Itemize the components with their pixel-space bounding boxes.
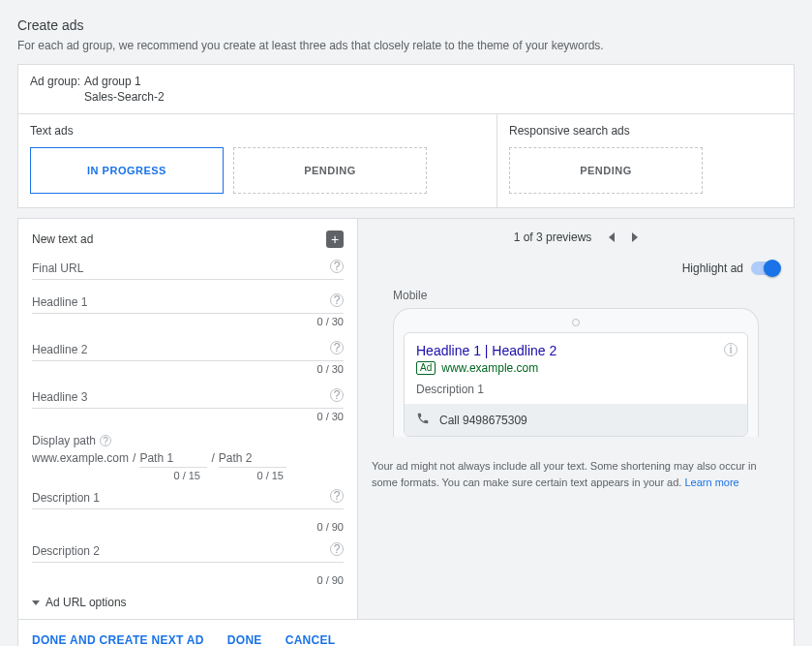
final-url-input[interactable]: Final URL [32,258,344,280]
info-icon[interactable]: i [724,343,737,356]
headline2-input[interactable]: Headline 2 [32,339,344,361]
path2-counter: 0 / 15 [216,470,284,481]
path1-input[interactable]: Path 1 [139,449,207,468]
highlight-ad-toggle[interactable] [751,261,780,275]
text-ad-tile-pending[interactable]: PENDING [233,147,427,194]
display-path-domain: www.example.com [32,451,129,468]
ad-group-card: Ad group: Ad group 1 Sales-Search-2 Text… [17,64,795,208]
preview-prev-icon[interactable] [609,232,615,242]
text-ad-tile-inprogress[interactable]: IN PROGRESS [30,147,224,194]
headline1-input[interactable]: Headline 1 [32,292,344,314]
ad-call-extension[interactable]: Call 9498675309 [405,404,747,436]
page-subtitle: For each ad group, we recommend you crea… [17,39,795,52]
mobile-preview-label: Mobile [393,289,759,302]
responsive-ads-heading: Responsive search ads [509,124,782,138]
text-ads-heading: Text ads [30,124,485,138]
help-icon[interactable]: ? [100,435,111,446]
ad-call-text: Call 9498675309 [439,414,527,427]
help-icon[interactable]: ? [330,341,344,354]
help-icon[interactable]: ? [330,388,344,402]
responsive-ad-tile-pending[interactable]: PENDING [509,147,703,194]
done-create-next-button[interactable]: DONE AND CREATE NEXT AD [32,633,204,646]
description2-input[interactable]: Description 2 [32,540,344,563]
phone-speaker-icon [572,319,580,326]
preview-next-icon[interactable] [632,232,638,242]
phone-icon [416,412,430,428]
ad-preview-description: Description 1 [416,383,736,396]
headline3-input[interactable]: Headline 3 [32,386,344,409]
ad-preview-card: i Headline 1 | Headline 2 Ad www.example… [405,333,747,404]
description1-counter: 0 / 90 [32,521,344,533]
page-title: Create ads [17,17,795,33]
done-button[interactable]: DONE [227,633,262,646]
ad-preview-title: Headline 1 | Headline 2 [416,343,736,358]
ad-badge: Ad [416,361,436,375]
preview-pager-text: 1 of 3 previews [514,231,592,244]
adgroup-name: Ad group 1 [84,75,165,88]
ad-preview-url: www.example.com [441,361,538,375]
help-icon[interactable]: ? [330,489,344,503]
highlight-ad-label: Highlight ad [682,261,743,275]
preview-panel: 1 of 3 previews Highlight ad Mobile i He… [358,218,795,620]
path1-counter: 0 / 15 [133,470,200,481]
help-icon[interactable]: ? [330,293,344,307]
mobile-frame: i Headline 1 | Headline 2 Ad www.example… [393,308,759,437]
learn-more-link[interactable]: Learn more [684,477,738,488]
ad-url-options-toggle[interactable]: Ad URL options [32,596,344,609]
path2-input[interactable]: Path 2 [219,449,286,468]
headline3-counter: 0 / 30 [32,411,344,422]
help-icon[interactable]: ? [330,260,344,273]
chevron-down-icon [32,600,40,605]
help-icon[interactable]: ? [330,542,344,556]
ad-editor-panel: New text ad + Final URL ? Headline 1 ? 0… [17,218,358,620]
editor-title: New text ad [32,232,93,246]
preview-disclaimer: Your ad might not always include all you… [358,448,794,504]
display-path-label: Display path? [32,434,344,447]
headline2-counter: 0 / 30 [32,363,344,375]
description2-counter: 0 / 90 [32,574,344,586]
headline1-counter: 0 / 30 [32,316,344,327]
adgroup-label: Ad group: [30,75,84,104]
cancel-button[interactable]: CANCEL [286,633,336,646]
adgroup-subname: Sales-Search-2 [84,90,165,104]
description1-input[interactable]: Description 1 [32,487,344,509]
add-ad-icon[interactable]: + [326,231,344,248]
